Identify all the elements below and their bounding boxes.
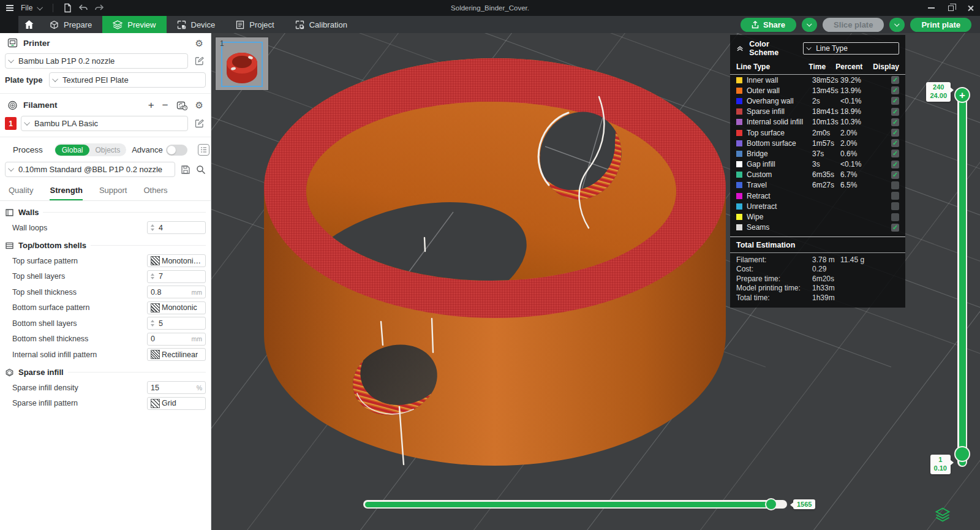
display-checkbox[interactable]: ✓	[891, 150, 899, 157]
setting-input-wall-loops[interactable]: 4	[147, 221, 206, 234]
plate-type-value: Textured PEI Plate	[62, 75, 129, 85]
scope-global[interactable]: Global	[55, 145, 90, 156]
display-checkbox[interactable]: ✓	[891, 161, 899, 168]
scope-objects[interactable]: Objects	[89, 145, 126, 156]
display-checkbox[interactable]: ✓	[891, 202, 899, 210]
print-plate-button[interactable]: Print plate	[910, 18, 971, 32]
setting-input-top-surface-pattern[interactable]: Monotonic ...	[147, 254, 206, 267]
section-sparse-infill-icon	[5, 368, 14, 377]
remove-filament-button[interactable]: −	[162, 100, 168, 110]
stepper-down-icon[interactable]	[151, 277, 154, 279]
display-checkbox[interactable]: ✓	[891, 192, 899, 200]
window-close-button[interactable]	[967, 5, 974, 12]
step-slider[interactable]: 1565	[363, 498, 829, 512]
line-type-label: Inner wall	[747, 76, 812, 85]
layer-slider-bottom-handle[interactable]	[954, 446, 970, 462]
menu-icon[interactable]	[6, 5, 13, 11]
step-slider-track[interactable]	[363, 500, 787, 509]
home-button[interactable]	[18, 16, 39, 33]
viewport-3d[interactable]: 1 Color Scheme Line Type Line T	[211, 33, 980, 530]
display-checkbox[interactable]: ✓	[891, 213, 899, 221]
display-checkbox[interactable]: ✓	[891, 181, 899, 189]
setting-input-internal-solid-infill-pattern[interactable]: Rectilinear	[147, 348, 206, 361]
new-file-icon[interactable]	[63, 3, 72, 13]
display-checkbox[interactable]: ✓	[891, 129, 899, 137]
stepper-up-icon[interactable]	[151, 273, 154, 276]
setting-input-top-shell-layers[interactable]: 7	[147, 270, 206, 283]
setting-input-sparse-infill-density[interactable]: 15%	[147, 381, 206, 394]
color-scheme-select[interactable]: Line Type	[803, 42, 899, 55]
save-preset-icon[interactable]	[181, 165, 190, 175]
tab-label: Prepare	[64, 20, 92, 29]
estimation-value: 1h39m	[812, 293, 840, 302]
stepper-up-icon[interactable]	[151, 224, 154, 227]
tab-strength[interactable]: Strength	[50, 186, 82, 200]
collapse-icon[interactable]	[736, 45, 744, 52]
layer-top-badge: 240 24.00	[926, 82, 951, 102]
chevron-down-icon[interactable]	[37, 4, 43, 10]
display-checkbox[interactable]: ✓	[891, 97, 899, 105]
layers-view-button[interactable]	[934, 506, 951, 523]
layer-slider-top-handle[interactable]: +	[954, 87, 970, 103]
display-checkbox[interactable]: ✓	[891, 86, 899, 94]
tab-calibration[interactable]: Calibration	[285, 16, 358, 33]
tab-support[interactable]: Support	[99, 186, 127, 200]
share-button[interactable]: Share	[741, 18, 796, 32]
display-checkbox[interactable]: ✓	[891, 108, 899, 116]
window-maximize-button[interactable]	[948, 6, 954, 11]
search-icon[interactable]	[196, 165, 206, 175]
tab-project[interactable]: Project	[225, 16, 284, 33]
filament-slot-badge[interactable]: 1	[5, 117, 17, 130]
filament-settings-gear-icon[interactable]: ⚙	[195, 100, 203, 110]
setting-input-top-shell-thickness[interactable]: 0.8mm	[147, 286, 206, 298]
printer-settings-gear-icon[interactable]: ⚙	[195, 39, 203, 48]
display-checkbox[interactable]: ✓	[891, 76, 899, 84]
process-preset-select[interactable]: 0.10mm Standard @BBL P1P 0.2 nozzle	[5, 162, 175, 177]
tab-prepare[interactable]: Prepare	[39, 16, 102, 33]
slice-plate-button[interactable]: Slice plate	[823, 18, 884, 32]
redo-icon[interactable]	[94, 4, 104, 12]
stepper-arrows[interactable]	[151, 224, 154, 231]
layer-range-slider[interactable]: + 240 24.00 1 0.10	[954, 87, 971, 486]
filament-preset-select[interactable]: Bambu PLA Basic	[21, 116, 188, 131]
display-checkbox[interactable]: ✓	[891, 118, 899, 126]
stepper-down-icon[interactable]	[151, 324, 154, 327]
tab-device[interactable]: Device	[167, 16, 226, 33]
ams-sync-icon[interactable]	[176, 100, 187, 110]
stepper-down-icon[interactable]	[151, 229, 154, 231]
display-checkbox[interactable]: ✓	[891, 171, 899, 179]
slice-dropdown-button[interactable]	[802, 18, 817, 32]
layer-slider-track[interactable]	[957, 92, 967, 467]
plate-thumbnail[interactable]: 1	[216, 37, 268, 90]
display-checkbox[interactable]: ✓	[891, 139, 899, 147]
stepper-up-icon[interactable]	[151, 320, 154, 322]
plate-type-select[interactable]: Textured PEI Plate	[49, 72, 206, 88]
print-dropdown-button[interactable]	[889, 18, 905, 32]
window-minimize-button[interactable]	[928, 7, 935, 9]
file-menu[interactable]: File	[21, 4, 32, 12]
add-filament-button[interactable]: +	[148, 100, 154, 110]
tab-quality[interactable]: Quality	[9, 186, 33, 200]
setting-label: Bottom shell layers	[12, 319, 147, 328]
advance-toggle[interactable]	[166, 145, 187, 156]
stepper-arrows[interactable]	[151, 320, 154, 327]
setting-input-bottom-shell-thickness[interactable]: 0mm	[147, 333, 206, 346]
process-list-icon[interactable]	[198, 144, 209, 156]
line-type-percent: 2.0%	[840, 129, 880, 137]
model-ring[interactable]	[264, 58, 726, 466]
line-type-time: 2m0s	[812, 129, 840, 137]
undo-icon[interactable]	[78, 4, 88, 12]
printer-preset-select[interactable]: Bambu Lab P1P 0.2 nozzle	[5, 53, 188, 69]
display-checkbox[interactable]: ✓	[891, 224, 899, 232]
filament-edit-button[interactable]	[192, 117, 206, 131]
step-slider-handle[interactable]	[765, 498, 777, 510]
setting-input-bottom-surface-pattern[interactable]: Monotonic	[147, 301, 206, 314]
stepper-arrows[interactable]	[151, 273, 154, 280]
setting-input-bottom-shell-layers[interactable]: 5	[147, 317, 206, 330]
process-scope-toggle[interactable]: Global Objects	[55, 143, 126, 156]
printer-edit-button[interactable]	[192, 55, 206, 68]
tab-preview[interactable]: Preview	[102, 16, 166, 33]
setting-input-sparse-infill-pattern[interactable]: Grid	[147, 397, 206, 410]
setting-label: Top shell thickness	[12, 288, 147, 297]
tab-others[interactable]: Others	[143, 186, 167, 200]
